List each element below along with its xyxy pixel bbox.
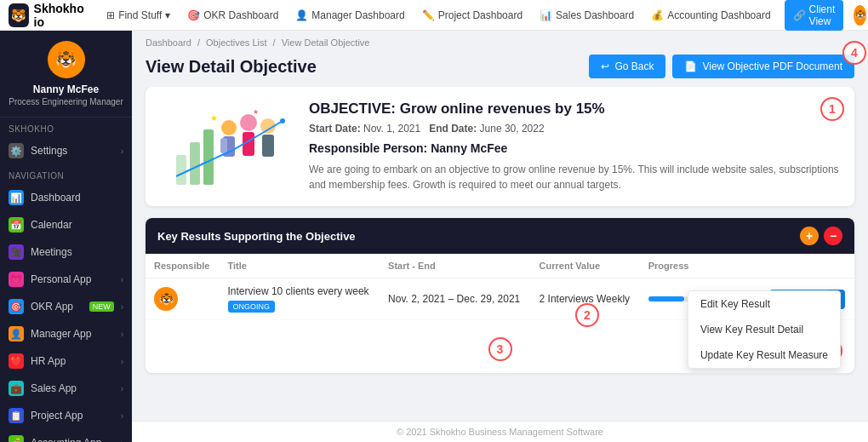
- col-actions: [761, 254, 854, 278]
- ongoing-badge: ONGOING: [228, 301, 276, 313]
- sidebar-hr-label: HR App: [31, 355, 114, 367]
- sidebar-item-okr-app[interactable]: 🎯 OKR App NEW ›: [0, 293, 132, 320]
- main-layout: 🐯 Nanny McFee Process Engineering Manage…: [0, 31, 868, 442]
- top-navigation: 🐯 Skhokho io ⊞ Find Stuff ▾ 🎯 OKR Dashbo…: [0, 0, 868, 31]
- svg-point-12: [280, 118, 285, 123]
- main-content: Dashboard / Objectives List / View Detai…: [132, 31, 868, 442]
- header-actions: ↩ Go Back 📄 View Objective PDF Document …: [589, 55, 854, 78]
- logo-text: Skhokho io: [34, 2, 89, 29]
- objective-description: We are going to embark on an objective t…: [309, 162, 841, 192]
- okr-icon: 🎯: [187, 9, 200, 21]
- manager-app-icon: 👤: [9, 326, 24, 342]
- svg-rect-9: [262, 135, 274, 157]
- chevron-icon: ›: [121, 357, 123, 366]
- sidebar-item-personal-app[interactable]: 💗 Personal App ›: [0, 266, 132, 293]
- user-menu[interactable]: 🐯 Nanny McFee ▾: [847, 0, 868, 31]
- sidebar-item-calendar[interactable]: 📅 Calendar: [0, 211, 132, 238]
- footer: © 2021 Skhokho Business Management Softw…: [132, 421, 868, 442]
- illustration-svg: ★ ★: [168, 104, 287, 189]
- sidebar-user-role: Process Engineering Manager: [9, 97, 123, 106]
- sidebar-project-label: Project App: [31, 410, 114, 422]
- page-header: View Detail Objective ↩ Go Back 📄 View O…: [132, 51, 868, 87]
- sidebar-item-accounting-app[interactable]: 💰 Accounting App ›: [0, 429, 132, 442]
- client-view-button[interactable]: 🔗 Client View: [785, 0, 844, 31]
- project-icon: ✏️: [422, 9, 435, 21]
- sidebar-profile: 🐯 Nanny McFee Process Engineering Manage…: [0, 31, 132, 118]
- objective-dates: Start Date: Nov. 1, 2021 End Date: June …: [309, 123, 841, 135]
- view-pdf-button[interactable]: 📄 View Objective PDF Document: [672, 55, 854, 78]
- sidebar-item-meetings[interactable]: 🎥 Meetings: [0, 238, 132, 266]
- sidebar-accounting-label: Accounting App: [31, 437, 114, 442]
- meetings-icon: 🎥: [9, 244, 24, 260]
- col-start-end: Start - End: [380, 254, 531, 278]
- pdf-icon: 📄: [684, 60, 697, 72]
- nav-accounting-dashboard[interactable]: 💰 Accounting Dashboard: [644, 6, 777, 25]
- breadcrumb: Dashboard / Objectives List / View Detai…: [132, 31, 868, 51]
- col-current-value: Current Value: [531, 254, 640, 278]
- settings-icon: ⚙️: [9, 143, 24, 158]
- objective-title: OBJECTIVE: Grow online revenues by 15%: [309, 100, 841, 118]
- breadcrumb-current: View Detail Objective: [282, 37, 370, 48]
- svg-rect-5: [220, 138, 227, 153]
- sidebar-item-settings[interactable]: ⚙️ Settings ›: [0, 137, 132, 164]
- nav-manager-dashboard[interactable]: 👤 Manager Dashboard: [288, 6, 411, 25]
- dropdown-view-key-result-detail[interactable]: View Key Result Detail: [688, 317, 840, 342]
- accounting-app-icon: 💰: [9, 435, 24, 442]
- sidebar-user-name: Nanny McFee: [33, 83, 99, 95]
- row-title: Interview 10 clients every week ONGOING: [220, 278, 380, 320]
- manager-icon: 👤: [295, 9, 308, 21]
- personal-app-icon: 💗: [9, 272, 24, 287]
- section-label-navigation: Navigation: [0, 164, 132, 184]
- okr-app-icon: 🎯: [9, 299, 24, 314]
- collapse-key-results-button[interactable]: −: [824, 227, 842, 245]
- row-responsible: 🐯: [146, 278, 220, 320]
- key-results-card: Key Results Supporting the Objective + −…: [146, 218, 854, 373]
- sidebar-item-project-app[interactable]: 📋 Project App ›: [0, 402, 132, 429]
- sidebar-item-hr-app[interactable]: ❤️ HR App ›: [0, 347, 132, 375]
- sales-app-icon: 💼: [9, 381, 24, 396]
- key-results-header: Key Results Supporting the Objective + −: [146, 218, 854, 254]
- breadcrumb-objectives-list[interactable]: Objectives List: [206, 37, 267, 48]
- project-app-icon: 📋: [9, 408, 24, 423]
- sidebar-meetings-label: Meetings: [31, 246, 123, 258]
- objective-illustration: ★ ★: [159, 100, 295, 192]
- key-results-header-actions: + −: [800, 227, 842, 245]
- sidebar-item-dashboard[interactable]: 📊 Dashboard: [0, 184, 132, 211]
- nav-sales-dashboard[interactable]: 📊 Sales Dashboard: [533, 6, 641, 25]
- page-title: View Detail Objective: [146, 57, 317, 77]
- col-responsible: Responsible: [146, 254, 220, 278]
- dropdown-update-key-result-measure[interactable]: Update Key Result Measure: [688, 342, 840, 368]
- nav-project-dashboard[interactable]: ✏️ Project Dashboard: [415, 6, 529, 25]
- nav-okr-dashboard[interactable]: 🎯 OKR Dashboard: [180, 6, 285, 25]
- nav-find-stuff[interactable]: ⊞ Find Stuff ▾: [100, 6, 177, 25]
- chevron-icon: ›: [121, 275, 123, 284]
- svg-text:★: ★: [210, 113, 218, 123]
- dropdown-edit-key-result[interactable]: Edit Key Result: [688, 291, 840, 317]
- grid-icon: ⊞: [106, 9, 115, 21]
- svg-rect-1: [190, 142, 200, 185]
- dropdown-icon: ▾: [165, 9, 170, 21]
- key-results-title: Key Results Supporting the Objective: [157, 230, 356, 243]
- objective-card: ★ ★ OBJECTIVE: Grow online revenues by 1…: [146, 87, 854, 206]
- sidebar-item-sales-app[interactable]: 💼 Sales App ›: [0, 375, 132, 402]
- svg-point-3: [221, 120, 237, 135]
- sidebar-manager-label: Manager App: [31, 328, 114, 340]
- sidebar-dashboard-label: Dashboard: [31, 192, 123, 204]
- sidebar-item-manager-app[interactable]: 👤 Manager App ›: [0, 320, 132, 347]
- chevron-icon: ›: [121, 146, 123, 156]
- app-logo: 🐯 Skhokho io: [9, 2, 88, 29]
- add-key-result-button[interactable]: +: [800, 227, 819, 245]
- go-back-button[interactable]: ↩ Go Back: [589, 55, 665, 78]
- user-avatar: 🐯: [854, 5, 866, 26]
- link-icon: 🔗: [793, 9, 806, 21]
- content-scroll: ★ ★ OBJECTIVE: Grow online revenues by 1…: [132, 87, 868, 421]
- chevron-icon: ›: [121, 384, 123, 393]
- calendar-icon: 📅: [9, 217, 24, 232]
- svg-rect-2: [203, 129, 214, 185]
- actions-dropdown-menu: Edit Key Result View Key Result Detail U…: [688, 290, 841, 369]
- sidebar-personal-label: Personal App: [31, 273, 114, 285]
- sidebar: 🐯 Nanny McFee Process Engineering Manage…: [0, 31, 132, 442]
- footer-text: © 2021 Skhokho Business Management Softw…: [397, 427, 603, 437]
- row-current-value: 2 Interviews Weekly: [531, 278, 640, 320]
- breadcrumb-dashboard[interactable]: Dashboard: [146, 37, 191, 48]
